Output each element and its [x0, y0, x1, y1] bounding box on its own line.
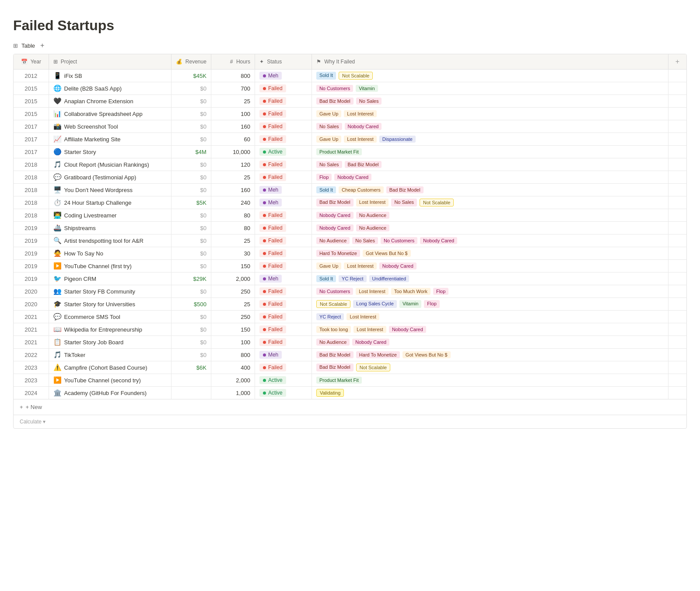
table-row[interactable]: 2020🎓Starter Story for Universities$5002… — [14, 298, 686, 311]
why-tag[interactable]: Nobody Cared — [316, 224, 354, 231]
cell-project[interactable]: 🌐Delite (B2B SaaS App) — [49, 82, 171, 95]
table-row[interactable]: 2018🎵Clout Report (Musician Rankings)$01… — [14, 158, 686, 171]
why-tag[interactable]: Nobody Cared — [420, 237, 457, 244]
add-column-header[interactable]: + — [668, 54, 686, 70]
why-tag[interactable]: YC Reject — [339, 275, 367, 282]
why-tag[interactable]: Lost Interest — [344, 262, 377, 269]
why-tag[interactable]: Lost Interest — [356, 199, 389, 206]
why-tag[interactable]: Dispassionate — [379, 136, 416, 143]
table-row[interactable]: 2015🌐Delite (B2B SaaS App)$0700FailedNo … — [14, 82, 686, 95]
why-tag[interactable]: No Audience — [316, 339, 350, 346]
why-tag[interactable]: Gave Up — [316, 136, 341, 143]
table-row[interactable]: 2018💬Gratiboard (Testimonial App)$025Fai… — [14, 171, 686, 184]
why-tag[interactable]: Took too long — [316, 326, 351, 333]
why-tag[interactable]: Not Scalable — [356, 364, 390, 371]
why-tag[interactable]: Not Scalable — [420, 199, 454, 206]
cell-project[interactable]: 👨‍💻Coding Livestreamer — [49, 209, 171, 222]
why-tag[interactable]: Bad Biz Model — [316, 199, 354, 206]
table-row[interactable]: 2023⚠️Campfire (Cohort Based Course)$6K4… — [14, 361, 686, 374]
col-header-revenue[interactable]: 💰 Revenue — [171, 54, 211, 70]
why-tag[interactable]: Lost Interest — [344, 110, 377, 117]
why-tag[interactable]: No Sales — [316, 161, 342, 168]
table-row[interactable]: 2018🖥️You Don't Need Wordpress$0160MehSo… — [14, 184, 686, 196]
why-tag[interactable]: Lost Interest — [344, 136, 377, 143]
cell-project[interactable]: 🚢Shipstreams — [49, 222, 171, 234]
cell-project[interactable]: 🔵Starter Story — [49, 146, 171, 158]
why-tag[interactable]: Bad Biz Model — [316, 364, 354, 371]
table-row[interactable]: 2018👨‍💻Coding Livestreamer$080FailedNobo… — [14, 209, 686, 222]
cell-project[interactable]: 🎵Clout Report (Musician Rankings) — [49, 158, 171, 171]
cell-project[interactable]: 🖤Anaplan Chrome Extension — [49, 95, 171, 108]
table-row[interactable]: 2015📊Collaborative Spreadsheet App$0100F… — [14, 108, 686, 120]
why-tag[interactable]: Got Views But No $ — [363, 250, 411, 257]
why-tag[interactable]: No Sales — [352, 237, 378, 244]
why-tag[interactable]: Too Much Work — [391, 288, 430, 295]
why-tag[interactable]: Lost Interest — [354, 326, 386, 333]
why-tag[interactable]: No Customers — [381, 237, 417, 244]
why-tag[interactable]: No Customers — [316, 288, 353, 295]
why-tag[interactable]: Hard To Monetize — [356, 351, 400, 358]
why-tag[interactable]: Undifferentiated — [369, 275, 409, 282]
cell-project[interactable]: ▶️YouTube Channel (second try) — [49, 374, 171, 387]
cell-project[interactable]: 🖥️You Don't Need Wordpress — [49, 184, 171, 196]
why-tag[interactable]: Nobody Cared — [379, 262, 416, 269]
table-row[interactable]: 2017📸Web Screenshot Tool$0160FailedNo Sa… — [14, 120, 686, 133]
table-row[interactable]: 2012📱iFix SB$45K800MehSold ItNot Scalabl… — [14, 70, 686, 82]
why-tag[interactable]: No Audience — [316, 237, 350, 244]
why-tag[interactable]: Nobody Cared — [316, 212, 354, 219]
why-tag[interactable]: No Audience — [356, 212, 389, 219]
table-row[interactable]: 2020👥Starter Story FB Community$0250Fail… — [14, 285, 686, 298]
cell-project[interactable]: 🙅How To Say No — [49, 247, 171, 260]
why-tag[interactable]: No Sales — [316, 123, 342, 130]
cell-project[interactable]: 📖Wikipedia for Entrepreneurship — [49, 323, 171, 336]
cell-project[interactable]: 🎓Starter Story for Universities — [49, 298, 171, 311]
table-row[interactable]: 2024🏛️Academy (GitHub For Founders)1,000… — [14, 387, 686, 399]
cell-project[interactable]: 💬Ecommerce SMS Tool — [49, 311, 171, 323]
why-tag[interactable]: Bad Biz Model — [345, 161, 382, 168]
why-tag[interactable]: Long Sales Cycle — [353, 300, 397, 308]
why-tag[interactable]: Bad Biz Model — [316, 351, 354, 358]
cell-project[interactable]: 🏛️Academy (GitHub For Founders) — [49, 387, 171, 399]
why-tag[interactable]: Product Market Fit — [316, 148, 362, 155]
add-view-button[interactable]: + — [38, 41, 46, 50]
why-tag[interactable]: Not Scalable — [316, 300, 350, 308]
why-tag[interactable]: Nobody Cared — [334, 174, 371, 181]
table-view-label[interactable]: Table — [21, 42, 35, 49]
cell-project[interactable]: 📱iFix SB — [49, 70, 171, 82]
why-tag[interactable]: Vitamin — [399, 300, 421, 308]
cell-project[interactable]: 👥Starter Story FB Community — [49, 285, 171, 298]
why-tag[interactable]: Cheap Customers — [339, 186, 384, 193]
table-row[interactable]: 2017📈Affiliate Marketing Site$060FailedG… — [14, 133, 686, 146]
why-tag[interactable]: Flop — [424, 300, 439, 308]
why-tag[interactable]: Nobody Cared — [345, 123, 382, 130]
cell-project[interactable]: 🎵TikToker — [49, 349, 171, 361]
why-tag[interactable]: Product Market Fit — [316, 377, 362, 384]
table-row[interactable]: 2021📖Wikipedia for Entrepreneurship$0150… — [14, 323, 686, 336]
cell-project[interactable]: ⏱️24 Hour Startup Challenge — [49, 196, 171, 209]
cell-project[interactable]: 🐦Pigeon CRM — [49, 273, 171, 285]
add-column-button[interactable]: + — [673, 57, 682, 66]
why-tag[interactable]: Gave Up — [316, 262, 341, 269]
why-tag[interactable]: Sold It — [316, 186, 336, 193]
cell-project[interactable]: ⚠️Campfire (Cohort Based Course) — [49, 361, 171, 374]
calculate-bar[interactable]: Calculate ▾ — [14, 415, 686, 428]
table-row[interactable]: 2018⏱️24 Hour Startup Challenge$5K240Meh… — [14, 196, 686, 209]
why-tag[interactable]: No Audience — [356, 224, 389, 231]
why-tag[interactable]: Not Scalable — [339, 72, 373, 80]
table-row[interactable]: 2019▶️YouTube Channel (first try)$0150Fa… — [14, 260, 686, 273]
table-row[interactable]: 2021💬Ecommerce SMS Tool$0250FailedYC Rej… — [14, 311, 686, 323]
table-row[interactable]: 2017🔵Starter Story$4M10,000ActiveProduct… — [14, 146, 686, 158]
cell-project[interactable]: 📋Starter Story Job Board — [49, 336, 171, 349]
why-tag[interactable]: Lost Interest — [346, 313, 379, 320]
table-row[interactable]: 2019🙅How To Say No$030FailedHard To Mone… — [14, 247, 686, 260]
cell-project[interactable]: 💬Gratiboard (Testimonial App) — [49, 171, 171, 184]
col-header-year[interactable]: 📅 Year — [14, 54, 49, 70]
cell-project[interactable]: 📊Collaborative Spreadsheet App — [49, 108, 171, 120]
why-tag[interactable]: Flop — [316, 174, 332, 181]
cell-project[interactable]: 📸Web Screenshot Tool — [49, 120, 171, 133]
why-tag[interactable]: Vitamin — [356, 85, 378, 92]
table-row[interactable]: 2019🚢Shipstreams$080FailedNobody CaredNo… — [14, 222, 686, 234]
table-row[interactable]: 2023▶️YouTube Channel (second try)2,000A… — [14, 374, 686, 387]
table-row[interactable]: 2015🖤Anaplan Chrome Extension$025FailedB… — [14, 95, 686, 108]
col-header-why[interactable]: ⚑ Why It Failed — [312, 54, 668, 70]
